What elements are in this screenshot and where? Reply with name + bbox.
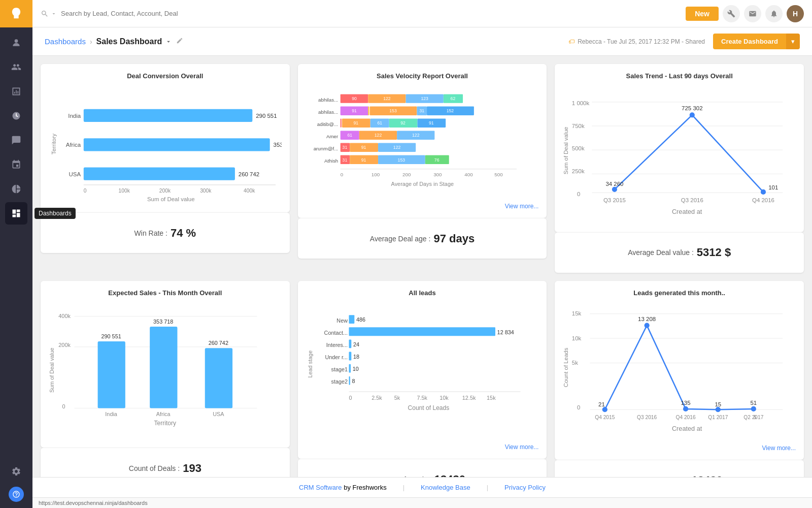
win-rate-value: 74 % (171, 227, 196, 240)
bell-icon-button[interactable] (765, 5, 783, 22)
svg-text:92: 92 (400, 120, 405, 125)
svg-text:76: 76 (434, 157, 439, 163)
footer-sep2: | (487, 484, 488, 491)
search-icon (41, 10, 49, 18)
svg-text:1 000k: 1 000k (572, 100, 590, 106)
svg-text:31: 31 (342, 157, 347, 163)
sidebar-item-deals[interactable] (5, 105, 27, 127)
tools-icon-button[interactable] (723, 5, 740, 22)
svg-text:300k: 300k (200, 188, 212, 194)
svg-text:USA: USA (69, 171, 81, 177)
search-input[interactable] (61, 10, 682, 17)
expected-sales-chart-card: Expected Sales - This Month Overall Sum … (41, 281, 290, 448)
sidebar-item-help[interactable] (9, 487, 24, 502)
svg-text:Count of Leads: Count of Leads (563, 347, 569, 387)
create-dashboard-group: Create Dashboard ▾ (713, 34, 800, 49)
avg-deal-age-label: Average Deal age : (370, 235, 431, 243)
create-dashboard-dropdown[interactable]: ▾ (786, 34, 800, 49)
deal-conversion-chart-card: Deal Conversion Overall Territory India … (41, 64, 290, 212)
svg-text:5: 5 (754, 415, 757, 420)
svg-point-94 (761, 189, 766, 195)
svg-rect-40 (340, 118, 341, 127)
app-logo[interactable] (0, 0, 32, 27)
svg-text:Count of Leads: Count of Leads (408, 404, 449, 411)
svg-text:200k: 200k (58, 341, 71, 347)
new-button[interactable]: New (686, 7, 719, 21)
leads-generated-chart-card: Leads generated this month.. 15k 10k 5k … (555, 281, 804, 460)
deal-conversion-title: Deal Conversion Overall (49, 72, 282, 80)
svg-text:Q4 2015: Q4 2015 (595, 415, 615, 420)
svg-rect-4 (84, 109, 253, 122)
sidebar-item-messages[interactable] (5, 129, 27, 151)
breadcrumb-dashboards[interactable]: Dashboards (45, 37, 86, 46)
leads-generated-card: Leads generated this month.. 15k 10k 5k … (555, 281, 804, 477)
leads-generated-view-more[interactable]: View more... (563, 444, 796, 452)
expected-sales-chart: Sum of Deal value 400k 200k 0 290 551 (49, 303, 282, 438)
svg-text:51: 51 (751, 400, 757, 406)
svg-text:400k: 400k (244, 188, 255, 194)
svg-text:152: 152 (446, 108, 454, 113)
breadcrumb-separator: › (90, 38, 92, 46)
svg-text:24: 24 (353, 341, 359, 347)
logo-icon (9, 7, 23, 21)
create-dashboard-button[interactable]: Create Dashboard (713, 34, 786, 49)
svg-text:India: India (68, 113, 81, 119)
user-avatar[interactable]: H (787, 5, 804, 22)
dashboards-icon (11, 208, 21, 218)
svg-text:Sum of Deal value: Sum of Deal value (49, 347, 55, 393)
deals-icon (11, 111, 21, 121)
avg-deal-value-label: Average Deal value : (628, 248, 694, 257)
sidebar-item-reports[interactable] (5, 80, 27, 103)
edit-dashboard-icon[interactable] (176, 37, 183, 46)
all-leads-view-more[interactable]: View more... (306, 443, 539, 451)
dropdown-arrow-icon[interactable] (165, 38, 172, 45)
svg-text:0: 0 (340, 172, 343, 177)
sidebar-item-dashboards[interactable]: Dashboards (5, 202, 27, 225)
svg-rect-31 (368, 106, 369, 115)
svg-text:15k: 15k (572, 310, 582, 316)
svg-text:Athish: Athish (324, 158, 338, 164)
svg-text:500k: 500k (572, 145, 585, 151)
messages-icon (11, 135, 21, 145)
svg-text:0: 0 (84, 188, 87, 194)
bell-icon (770, 10, 778, 18)
sidebar-item-analytics[interactable] (5, 178, 27, 200)
svg-text:135: 135 (681, 400, 691, 406)
all-leads-card: All leads Lead stage New 486 Contact... … (298, 281, 547, 477)
svg-text:353 718: 353 718 (274, 142, 282, 148)
svg-rect-113 (205, 348, 232, 408)
footer-pp-link[interactable]: Privacy Policy (504, 484, 546, 491)
svg-text:101: 101 (768, 184, 778, 190)
svg-text:31: 31 (419, 108, 424, 113)
meta-flag-icon: 🏷 (568, 38, 574, 45)
dashboard-content: Deal Conversion Overall Territory India … (32, 56, 812, 477)
sales-velocity-chart: abhilas... 90 122 123 62 abhilas... 91 (306, 86, 539, 197)
svg-text:USA: USA (213, 411, 224, 417)
svg-rect-136 (349, 376, 350, 385)
avg-deal-age-value: 97 days (433, 232, 475, 245)
svg-point-92 (612, 187, 617, 192)
sales-velocity-view-more[interactable]: View more... (306, 203, 539, 210)
sidebar-item-leads[interactable] (5, 56, 27, 78)
svg-text:Q3 2015: Q3 2015 (603, 197, 626, 203)
sidebar-item-calendar[interactable] (5, 153, 27, 176)
footer-kb-link[interactable]: Knowledge Base (421, 484, 470, 491)
expected-sales-stat: Count of Deals : 193 (41, 448, 290, 477)
sales-velocity-chart-card: Sales Velocity Report Overall abhilas...… (298, 64, 547, 218)
svg-text:15: 15 (715, 401, 722, 407)
sidebar-item-contacts[interactable] (5, 31, 27, 54)
svg-text:200: 200 (402, 172, 411, 177)
contacts-icon (11, 38, 21, 48)
svg-rect-111 (150, 327, 177, 408)
sidebar-bottom (5, 454, 27, 508)
svg-rect-124 (349, 327, 495, 336)
sidebar-item-settings[interactable] (5, 460, 27, 483)
count-deals-label: Count of Deals : (129, 464, 180, 472)
settings-icon (11, 466, 21, 477)
svg-text:725 302: 725 302 (682, 105, 702, 111)
svg-text:260 742: 260 742 (239, 171, 259, 177)
footer-crm-link[interactable]: CRM Software (299, 484, 342, 491)
search-dropdown-icon[interactable] (51, 11, 57, 17)
mail-icon-button[interactable] (744, 5, 761, 22)
svg-text:Q3 2016: Q3 2016 (637, 415, 657, 420)
